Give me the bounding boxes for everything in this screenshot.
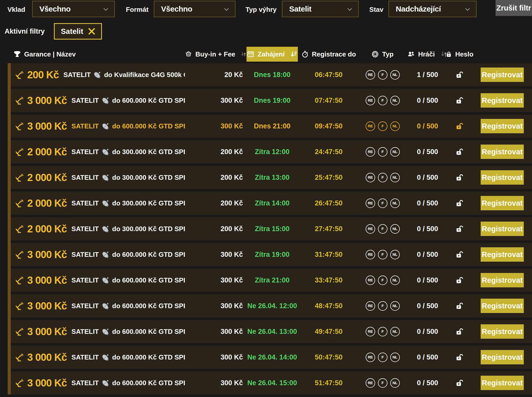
register-button[interactable]: Registrovat (481, 273, 524, 287)
lock-cell (449, 122, 470, 130)
satellite-dish-icon (14, 327, 24, 336)
register-button[interactable]: Registrovat (481, 145, 524, 159)
tournament-row[interactable]: 3 000 Kč SATELIT do 600.000 Kč GTD SPL M… (11, 269, 532, 292)
active-filter-chip-satelit[interactable]: Satelit (54, 23, 102, 40)
tournament-row[interactable]: 3 000 Kč SATELIT do 600.000 Kč GTD SPL M… (11, 89, 532, 112)
register-button[interactable]: Registrovat (481, 299, 524, 313)
header-hraci[interactable]: Hráči (406, 47, 449, 62)
players-cell: 0 / 500 (406, 97, 449, 105)
tournament-row[interactable]: 3 000 Kč SATELIT do 600.000 Kč GTD SPL M… (11, 115, 532, 138)
type-badge-re: RE (366, 70, 375, 80)
header-heslo[interactable]: Heslo (449, 47, 470, 62)
tournament-row[interactable]: 3 000 Kč SATELIT do 600.000 Kč GTD SPL M… (11, 320, 532, 343)
type-badge-f: F (378, 147, 387, 157)
close-x-icon[interactable] (88, 28, 95, 35)
players-cell: 0 / 500 (406, 353, 449, 361)
register-button[interactable]: Registrovat (481, 350, 524, 364)
dropdown-typ-vyhry-value: Satelit (289, 5, 311, 13)
start-value: Zítra 13:00 (255, 174, 289, 182)
buyin-value: 300 Kč (221, 276, 243, 284)
tournament-row[interactable]: 200 Kč SATELIT do Kvalifikace G4G 500k G… (11, 63, 532, 86)
players-cell: 0 / 500 (406, 379, 449, 387)
tournament-name-prefix: SATELIT (63, 71, 91, 79)
tournament-name-rest: do 600.000 Kč GTD SPL MAJOR (26.4. o… (112, 328, 185, 336)
satellite-emoji (101, 148, 110, 156)
sort-desc-icon[interactable] (290, 51, 297, 58)
satellite-emoji (101, 250, 110, 259)
register-button[interactable]: Registrovat (481, 376, 524, 390)
unlock-icon (456, 122, 463, 130)
tournament-name-rest: do 300.000 Kč GTD SPL SIDE EVENT (25.… (112, 148, 185, 156)
type-badge-f: F (378, 378, 387, 388)
tournament-row[interactable]: 2 000 Kč SATELIT do 300.000 Kč GTD SPL S… (11, 192, 532, 215)
type-badge-nl: NL (390, 301, 400, 311)
header-buyin-label: Buy-in + Fee (195, 50, 235, 58)
buyin-value: 200 Kč (221, 199, 243, 207)
dropdown-stav[interactable]: Nadcházející (388, 1, 477, 17)
start-cell: Ne 26.04. 13:00 (246, 328, 298, 336)
tournament-row[interactable]: 3 000 Kč SATELIT do 600.000 Kč GTD SPL M… (11, 243, 532, 266)
action-cell: Registrovat (470, 93, 524, 108)
register-button[interactable]: Registrovat (481, 170, 524, 185)
buyin-cell: 300 Kč (185, 353, 246, 361)
register-button[interactable]: Registrovat (481, 119, 524, 133)
unlock-icon (456, 250, 463, 259)
reg-close-value: 50:47:50 (315, 353, 343, 361)
register-button[interactable]: Registrovat (481, 324, 524, 339)
register-button[interactable]: Registrovat (481, 93, 524, 108)
header-buyin-fee[interactable]: Buy-in + Fee (185, 47, 246, 62)
type-badges: REFNL (359, 70, 406, 80)
header-typ[interactable]: Typ (359, 47, 406, 62)
players-value: 0 / 500 (417, 148, 438, 156)
start-cell: Zítra 19:00 (246, 251, 298, 259)
tournament-row[interactable]: 3 000 Kč SATELIT do 600.000 Kč GTD SPL M… (11, 294, 532, 317)
tournament-row[interactable]: 3 000 Kč SATELIT do 600.000 Kč GTD SPL M… (11, 346, 532, 369)
dropdown-format[interactable]: Všechno (154, 1, 235, 17)
header-registrace-do[interactable]: Registrace do (298, 47, 359, 62)
register-button[interactable]: Registrovat (481, 196, 524, 210)
buyin-value: 300 Kč (221, 122, 243, 130)
tournament-name: SATELIT do 600.000 Kč GTD SPL MAJOR (26.… (71, 250, 185, 259)
header-players-label: Hráči (418, 50, 435, 58)
type-badge-nl: NL (390, 224, 400, 234)
players-cell: 0 / 500 (406, 174, 449, 182)
tournament-row[interactable]: 2 000 Kč SATELIT do 300.000 Kč GTD SPL S… (11, 140, 532, 163)
guarantee-amount: 3 000 Kč (27, 326, 67, 337)
satellite-dish-icon (14, 353, 24, 362)
buyin-cell: 200 Kč (185, 225, 246, 233)
guarantee-name-cell: 2 000 Kč SATELIT do 300.000 Kč GTD SPL S… (14, 223, 185, 235)
players-value: 0 / 500 (417, 225, 438, 233)
type-badge-nl: NL (390, 353, 400, 362)
tournament-row[interactable]: 2 000 Kč SATELIT do 300.000 Kč GTD SPL S… (11, 166, 532, 189)
reg-close-cell: 27:47:50 (298, 225, 359, 233)
unlock-icon (456, 276, 463, 285)
unlock-icon (456, 70, 463, 79)
guarantee-amount: 3 000 Kč (27, 275, 67, 286)
guarantee-amount: 2 000 Kč (27, 223, 67, 235)
buyin-cell: 300 Kč (185, 328, 246, 336)
reg-close-value: 31:47:50 (315, 251, 343, 259)
sort-arrows-icon[interactable] (241, 51, 246, 58)
unlock-icon (456, 301, 463, 310)
guarantee-amount: 200 Kč (27, 69, 59, 81)
tournament-row[interactable]: 2 000 Kč SATELIT do 300.000 Kč GTD SPL S… (11, 217, 532, 240)
clear-filter-button[interactable]: Zrušit filtr (496, 0, 532, 16)
start-cell: Dnes 21:00 (246, 122, 298, 130)
tournament-name: SATELIT do 300.000 Kč GTD SPL SIDE EVENT… (71, 225, 185, 233)
register-button[interactable]: Registrovat (481, 247, 524, 262)
header-zahajeni[interactable]: Zahájení (246, 47, 298, 62)
tournament-name-prefix: SATELIT (71, 251, 99, 259)
dropdown-vklad[interactable]: Všechno (32, 1, 115, 17)
register-button[interactable]: Registrovat (481, 68, 524, 82)
players-icon (407, 51, 415, 58)
lock-cell (449, 327, 470, 336)
action-cell: Registrovat (470, 196, 524, 210)
type-badge-re: RE (366, 224, 375, 234)
buyin-value: 200 Kč (221, 225, 243, 233)
guarantee-name-cell: 3 000 Kč SATELIT do 600.000 Kč GTD SPL M… (14, 377, 185, 389)
header-garance-nazev[interactable]: Garance | Název (8, 47, 185, 62)
tournament-row[interactable]: 3 000 Kč SATELIT do 600.000 Kč GTD SPL M… (11, 371, 532, 394)
register-button[interactable]: Registrovat (481, 222, 524, 236)
tournament-name-prefix: SATELIT (71, 174, 99, 182)
dropdown-typ-vyhry[interactable]: Satelit (282, 1, 359, 17)
